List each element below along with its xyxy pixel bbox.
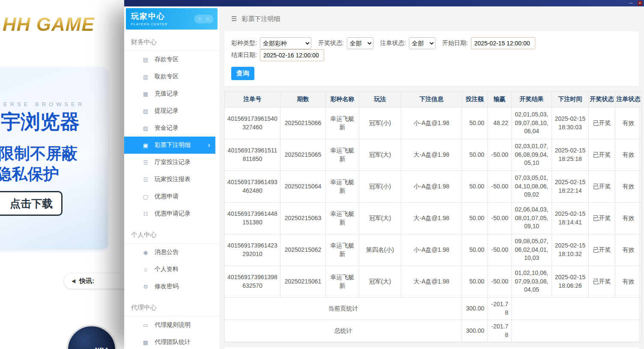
cell-order_status: 有效 [615,266,642,298]
sidebar-item-label: 个人资料 [155,265,179,273]
cell-bet_amount: 50.00 [462,171,488,203]
download-button[interactable]: 点击下载 [0,191,63,216]
sidebar-item-player-bet-report[interactable]: ☲玩家投注报表 [124,171,219,188]
menu-toggle-icon[interactable]: ☰ [231,15,237,23]
end-date-label: 结束日期: [231,51,257,59]
lottery-bet-details-icon: ▣ [142,142,149,149]
cell-draw_result: 02,06,04,03,08,01,07,05,09,10 [512,203,552,234]
sidebar-item-promo-application[interactable]: ▢优惠申请 [124,188,219,205]
cell-bet_amount: 50.00 [462,139,488,171]
total-summary-bet-total: 300.00 [462,320,488,342]
cell-win_loss: -50.00 [488,266,512,298]
cell-bet_info: 大-A盘@1.98 [401,266,462,298]
player-center-panel: 玩家中心 PLAYERS CENTER 财务中心▤存款专区▥取款专区▦充值记录▧… [124,6,644,349]
close-button[interactable]: × [638,1,642,6]
cell-bet_amount: 50.00 [462,203,488,234]
cell-lottery: 幸运飞艇新 [326,234,359,266]
order-status-label: 注单状态: [380,39,406,47]
sidebar-item-recharge-records[interactable]: ▦充值记录 [124,85,219,102]
sidebar-item-profile[interactable]: ☺个人资料 [124,261,219,278]
cell-order_status: 有效 [615,203,642,234]
change-password-icon: ⚙ [142,283,149,290]
profile-icon: ☺ [142,266,149,273]
messages-icon: ◉ [142,249,149,256]
table-row: 40156917396151181185020250215065幸运飞艇新冠军(… [225,139,642,171]
lottery-type-select[interactable]: 全部彩种 [260,37,311,49]
cell-draw_status: 已开奖 [589,107,615,139]
table-row: 40156917396139863257020250215061幸运飞艇新冠军(… [225,266,642,298]
sidebar-item-label: 玩家投注报表 [155,176,191,183]
cell-bet_amount: 50.00 [462,266,488,298]
screen: HH GAME ERSE BROWSER 宇浏览器 限制不屏蔽 隐私保护 点击下… [0,0,644,349]
sidebar-item-hall-bet-records[interactable]: ☰厅室投注记录 [124,154,219,171]
draw-status-select[interactable]: 全部 [347,37,373,49]
column-header-order_no: 注单号 [225,92,280,107]
cell-win_loss: 48.22 [488,107,512,139]
lottery-type-label: 彩种类型: [231,39,257,47]
cell-bet_time: 2025-02-15 18:25:18 [552,139,589,171]
cell-draw_status: 已开奖 [589,203,615,234]
cell-play: 冠军(大) [359,266,401,298]
column-header-bet_time: 下注时间 [552,92,589,107]
sidebar-item-messages[interactable]: ◉消息公告 [124,244,219,261]
cell-order_status: 有效 [615,139,642,171]
sidebar-item-label: 存款专区 [155,56,179,63]
column-header-order_status: 注单状态 [615,92,642,107]
sidebar-item-lottery-bet-details[interactable]: ▣彩票下注明细› [124,137,215,154]
sidebar-item-change-password[interactable]: ⚙修改密码 [124,278,219,295]
end-date-input[interactable] [260,49,324,61]
sidebar-item-label: 优惠申请记录 [155,210,191,218]
sidebar-item-promo-application-records[interactable]: ☷优惠申请记录 [124,205,219,222]
cell-draw_status: 已开奖 [589,266,615,298]
banner-line2: 限制不屏蔽 [0,143,78,164]
banner-line3: 隐私保护 [0,164,59,185]
cell-bet_info: 小-A盘@1.98 [401,234,462,266]
sidebar-item-deposit-zone[interactable]: ▤存款专区 [124,51,219,68]
total-summary-win-total: -201.78 [488,320,512,342]
cell-play: 冠军(小) [359,107,401,139]
sidebar-item-agent-rules[interactable]: ▭代理规则说明 [124,316,219,334]
cell-bet_amount: 50.00 [462,234,488,266]
cell-draw_status: 已开奖 [589,234,615,266]
column-header-draw_result: 开奖结果 [512,92,552,107]
cell-play: 冠军(大) [359,139,401,171]
banner-line1: 宇浏览器 [1,109,80,135]
cell-lottery: 幸运飞艇新 [326,107,359,139]
breadcrumb: ☰ 彩票下注明细 [224,6,639,31]
background-page: HH GAME ERSE BROWSER 宇浏览器 限制不屏蔽 隐私保护 点击下… [0,0,124,349]
sidebar-item-label: 提现记录 [155,107,179,115]
cell-bet_time: 2025-02-15 18:14:41 [552,203,589,234]
chevron-right-icon: › [208,141,210,149]
sidebar-item-funds-records[interactable]: ▨资金记录 [124,119,219,137]
sidebar-item-agent-team-stats[interactable]: ▩代理团队统计 [124,334,219,349]
minimize-button[interactable]: — [628,1,634,6]
agent-team-stats-icon: ▩ [142,339,149,346]
nba-logo: NBA [66,325,117,349]
cell-period: 20250215062 [280,234,326,266]
search-button[interactable]: 查询 [231,67,254,80]
cell-bet_info: 小-A盘@1.98 [401,171,462,203]
cell-draw_result: 02,01,05,03,09,07,08,10,06,04 [512,107,552,139]
cell-lottery: 幸运飞艇新 [326,266,359,298]
cell-bet_info: 小-A盘@1.98 [401,107,462,139]
cell-draw_status: 已开奖 [589,171,615,203]
ticker-label: 快讯: [79,277,94,285]
total-summary-spacer [512,320,642,342]
sidebar-section-title: 代理中心 [124,300,219,316]
sidebar-menu: 财务中心▤存款专区▥取款专区▦充值记录▧提现记录▨资金记录▣彩票下注明细›☰厅室… [124,35,219,349]
cell-draw_result: 01,02,10,06,07,09,03,08,04,05 [512,266,552,298]
main-content: ☰ 彩票下注明细 彩种类型: 全部彩种 开奖状态: 全部 [219,6,644,349]
column-header-bet_info: 下注信息 [401,92,462,107]
cell-bet_time: 2025-02-15 18:30:03 [552,107,589,139]
start-date-input[interactable] [471,37,535,49]
sidebar-item-withdrawal-records[interactable]: ▧提现记录 [124,102,219,119]
sidebar-item-withdraw-zone[interactable]: ▥取款专区 [124,68,219,85]
order-status-select[interactable]: 全部 [409,37,435,49]
cell-period: 20250215064 [280,171,326,203]
window-titlebar: — × [124,0,644,6]
column-header-play: 玩法 [359,92,401,107]
cell-bet_time: 2025-02-15 18:10:32 [552,234,589,266]
cell-order_no: 401569173961398632570 [225,266,280,298]
speaker-icon: ◀ [72,278,75,284]
cell-order_no: 401569173961448151380 [225,203,280,234]
